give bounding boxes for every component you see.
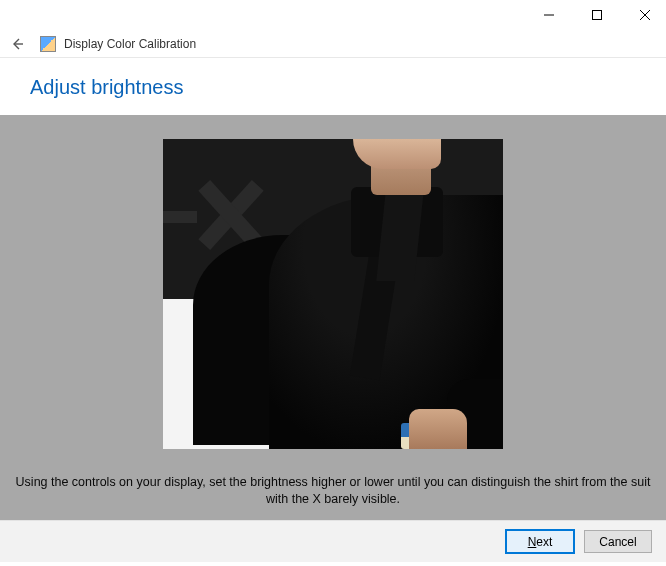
svg-rect-1 — [593, 11, 602, 20]
instruction-text: Using the controls on your display, set … — [0, 474, 666, 508]
back-button[interactable] — [8, 35, 26, 53]
footer-bar: Next Cancel — [0, 520, 666, 562]
window-title: Display Color Calibration — [64, 37, 196, 51]
next-button[interactable]: Next — [506, 530, 574, 553]
calibration-image-area: Using the controls on your display, set … — [0, 115, 666, 520]
close-button[interactable] — [630, 3, 660, 27]
app-icon — [40, 36, 56, 52]
reference-photo — [163, 139, 503, 449]
header-bar: Display Color Calibration — [0, 30, 666, 58]
cancel-button[interactable]: Cancel — [584, 530, 652, 553]
maximize-button[interactable] — [582, 3, 612, 27]
content-header: Adjust brightness — [0, 58, 666, 115]
window-titlebar — [0, 0, 666, 30]
minimize-button[interactable] — [534, 3, 564, 27]
page-heading: Adjust brightness — [30, 76, 666, 99]
